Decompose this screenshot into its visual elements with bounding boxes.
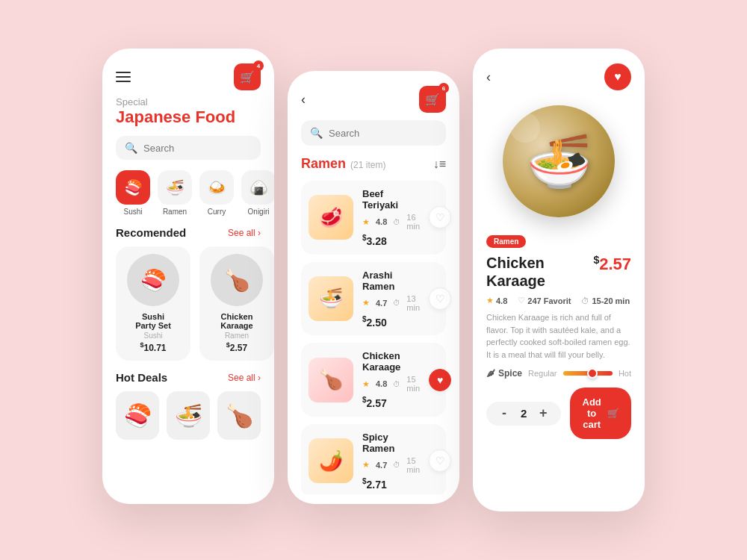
dish-rating-val: 4.8	[496, 296, 507, 305]
star-icon: ★	[362, 460, 370, 470]
clock-icon: ⏱	[393, 218, 400, 226]
phone-2: ‹ 🛒 6 🔍 ⚙️ Ramen (21 item) ↓≡ 🥩 Beef Ter…	[288, 71, 459, 504]
category-ramen[interactable]: 🍜 Ramen	[158, 170, 192, 216]
cart-badge: 4	[253, 60, 264, 71]
arashi-ramen-img: 🍜	[309, 276, 353, 321]
food-item-spicy-ramen[interactable]: 🌶️ Spicy Ramen ★ 4.7 ⏱ 15 min $2.71 ♡	[301, 424, 446, 494]
chicken-karaage-img: 🍗	[309, 358, 353, 402]
p3-header: ‹ ♥	[473, 49, 645, 90]
quantity-value: 2	[521, 407, 527, 420]
recommended-see-all[interactable]: See all ›	[228, 228, 261, 238]
star-icon: ★	[362, 298, 370, 308]
arashi-ramen-meta: ★ 4.7 ⏱ 13 min	[362, 294, 420, 312]
category-sushi[interactable]: 🍣 Sushi	[116, 170, 150, 216]
ramen-icon: 🍜	[158, 170, 192, 205]
arashi-ramen-rating: 4.7	[376, 299, 387, 308]
category-curry[interactable]: 🍛 Curry	[199, 170, 234, 216]
p2-cart-badge: 6	[438, 83, 449, 93]
star-icon: ★	[362, 217, 370, 227]
rec-karaage-sub: Ramen	[225, 332, 249, 340]
p3-detail: Ramen ChickenKaraage $2.57 ★ 4.8 ♡ 247 F…	[473, 225, 645, 448]
arashi-ramen-info: Arashi Ramen ★ 4.7 ⏱ 13 min $2.50	[362, 270, 420, 329]
category-curry-label: Curry	[208, 208, 226, 216]
food-item-chicken-karaage[interactable]: 🍗 Chicken Karaage ★ 4.8 ⏱ 15 min $2.57 ♥	[301, 343, 446, 417]
app-title: Special Japanese Food	[102, 96, 274, 136]
chicken-karaage-time: 15 min	[406, 375, 420, 393]
clock-icon: ⏱	[393, 380, 400, 388]
ramen-item-count: (21 item)	[350, 160, 385, 170]
qty-cart-row: - 2 + Add to cart 🛒	[486, 388, 631, 439]
categories: 🍣 Sushi 🍜 Ramen 🍛 Curry 🍙 Onigiri 🐙 Tako	[102, 170, 274, 226]
recommended-header: Recomended See all ›	[102, 226, 274, 246]
rec-sushi-img: 🍣	[127, 254, 179, 306]
title-special: Special	[116, 96, 261, 108]
search-bar[interactable]: 🔍 ⚙️	[116, 136, 261, 160]
clock-icon: ⏱	[393, 461, 400, 469]
rec-sushi-name: SushiParty Set	[135, 312, 171, 330]
spicy-ramen-meta: ★ 4.7 ⏱ 15 min	[362, 456, 420, 474]
sort-icon[interactable]: ↓≡	[433, 158, 446, 171]
back-button[interactable]: ‹	[301, 92, 306, 108]
p2-search-input[interactable]	[329, 128, 454, 139]
rec-karaage-name: ChickenKaraage	[220, 312, 252, 330]
rec-sushi-sub: Sushi	[143, 332, 162, 340]
phone-1: 🛒 4 Special Japanese Food 🔍 ⚙️ 🍣 Sushi 🍜…	[102, 49, 274, 504]
arashi-ramen-favorite-btn[interactable]: ♡	[429, 287, 451, 310]
chicken-karaage-price: $2.57	[362, 396, 420, 409]
rec-card-karaage[interactable]: 🍗 ChickenKaraage Ramen $2.57	[199, 246, 274, 361]
quantity-increase-btn[interactable]: +	[536, 406, 551, 421]
spice-thumb	[587, 368, 598, 379]
dish-time-stat: ⏱ 15-20 min	[581, 296, 630, 305]
p3-favorite-button[interactable]: ♥	[604, 63, 631, 90]
arashi-ramen-time: 13 min	[406, 294, 420, 312]
hot-deals-see-all[interactable]: See all ›	[228, 373, 261, 383]
rec-card-sushi[interactable]: 🍣 SushiParty Set Sushi $10.71	[116, 246, 190, 361]
beef-teriyaki-info: Beef Teriyaki ★ 4.8 ⏱ 16 min $3.28	[362, 188, 420, 247]
star-icon: ★	[362, 379, 370, 389]
chicken-karaage-meta: ★ 4.8 ⏱ 15 min	[362, 375, 420, 393]
stat-clock-icon: ⏱	[581, 296, 589, 305]
dish-stats: ★ 4.8 ♡ 247 Favorit ⏱ 15-20 min	[486, 296, 631, 305]
dish-title-row: ChickenKaraage $2.57	[486, 254, 631, 290]
category-onigiri[interactable]: 🍙 Onigiri	[241, 170, 274, 216]
rec-karaage-price: $2.57	[226, 341, 247, 353]
quantity-decrease-btn[interactable]: -	[497, 406, 512, 421]
menu-icon[interactable]	[116, 72, 131, 82]
beef-teriyaki-price: $3.28	[362, 234, 420, 247]
spicy-ramen-rating: 4.7	[376, 461, 387, 470]
rec-karaage-img: 🍗	[211, 254, 263, 306]
ramen-header: Ramen (21 item) ↓≡	[288, 156, 459, 181]
spicy-ramen-img: 🌶️	[309, 438, 353, 483]
spice-regular-label: Regular	[528, 369, 557, 378]
spicy-ramen-favorite-btn[interactable]: ♡	[429, 449, 451, 472]
food-item-beef-teriyaki[interactable]: 🥩 Beef Teriyaki ★ 4.8 ⏱ 16 min $3.28 ♡	[301, 181, 446, 255]
spicy-ramen-info: Spicy Ramen ★ 4.7 ⏱ 15 min $2.71	[362, 432, 420, 491]
quantity-control: - 2 +	[486, 402, 561, 426]
beef-teriyaki-img: 🥩	[309, 195, 353, 240]
hot-deal-2[interactable]: 🍜	[167, 391, 210, 440]
search-input[interactable]	[143, 143, 269, 154]
beef-teriyaki-favorite-btn[interactable]: ♡	[429, 206, 451, 228]
add-to-cart-btn[interactable]: Add to cart 🛒	[570, 388, 631, 439]
cart-icon: 🛒	[607, 408, 619, 419]
spice-slider[interactable]	[563, 371, 613, 376]
hot-deal-1[interactable]: 🍣	[116, 391, 159, 440]
cart-button-wrap: 🛒 4	[234, 63, 261, 90]
dish-price: $2.57	[593, 254, 631, 274]
dish-time-val: 15-20 min	[592, 296, 630, 305]
chicken-karaage-favorite-btn[interactable]: ♥	[429, 369, 451, 391]
p2-search-icon: 🔍	[310, 127, 323, 139]
onigiri-icon: 🍙	[241, 170, 274, 205]
recommended-title: Recomended	[116, 226, 186, 239]
food-item-arashi-ramen[interactable]: 🍜 Arashi Ramen ★ 4.7 ⏱ 13 min $2.50 ♡	[301, 262, 446, 336]
hot-deal-3[interactable]: 🍗	[217, 391, 261, 440]
p3-back-button[interactable]: ‹	[486, 69, 491, 85]
spicy-ramen-name: Spicy Ramen	[362, 432, 420, 454]
chili-icon: 🌶	[486, 368, 495, 379]
dish-favorites-val: 247 Favorit	[527, 296, 571, 305]
p2-search-bar[interactable]: 🔍 ⚙️	[301, 120, 446, 146]
sushi-icon: 🍣	[116, 170, 150, 205]
ramen-title-wrap: Ramen (21 item)	[301, 156, 385, 172]
p1-header: 🛒 4	[102, 49, 274, 96]
chicken-karaage-info: Chicken Karaage ★ 4.8 ⏱ 15 min $2.57	[362, 350, 420, 409]
